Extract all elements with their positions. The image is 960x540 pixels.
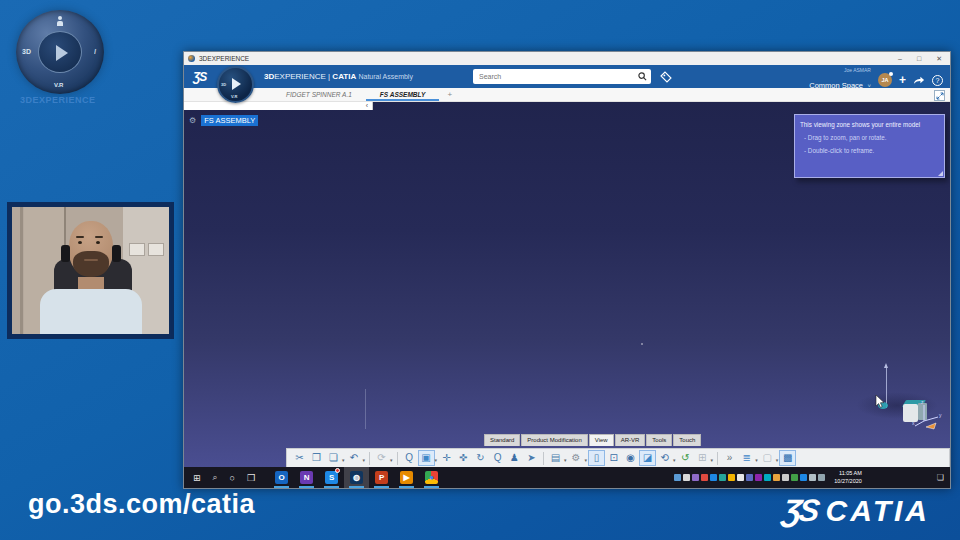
compass-menu-button[interactable]: V.R 3D <box>217 66 254 103</box>
document-tab[interactable]: FIDGET SPINNER A.1 <box>272 88 366 101</box>
toolbar-icon[interactable]: ▩ <box>779 450 796 466</box>
share-icon[interactable] <box>913 75 925 85</box>
window-titlebar[interactable]: 3DEXPERIENCE – □ ✕ <box>184 52 950 65</box>
toolbar-icon[interactable]: ✜ <box>455 450 472 466</box>
search-box[interactable] <box>473 69 651 84</box>
minimize-button[interactable]: – <box>898 55 902 63</box>
toolbar-icon[interactable]: ⟳ <box>373 450 390 466</box>
tray-icon[interactable] <box>809 474 816 481</box>
tray-icon[interactable] <box>746 474 753 481</box>
taskbar-clock[interactable]: 11:05 AM 10/27/2020 <box>834 470 862 484</box>
new-tab-button[interactable]: + <box>439 88 460 101</box>
taskbar-app-icon[interactable]: N <box>294 467 319 488</box>
ribbon-tab[interactable]: Standard <box>484 434 520 446</box>
taskbar-app-icon[interactable]: ▶ <box>394 467 419 488</box>
taskbar-system-icon[interactable]: ❒ <box>247 473 255 483</box>
toolbar-icon[interactable]: ↻ <box>472 450 489 466</box>
taskbar-system-icon[interactable]: ⊞ <box>193 473 201 483</box>
3d-viewport[interactable]: ‹ ⚙ FS ASSEMBLY This viewing zone shows … <box>184 102 950 467</box>
chevron-down-icon[interactable]: ▾ <box>435 457 438 463</box>
avatar[interactable]: JA <box>878 73 892 87</box>
toolbar-icon[interactable]: ❐ <box>308 450 325 466</box>
taskbar-app-icon[interactable]: S <box>319 467 344 488</box>
add-button[interactable]: + <box>899 73 906 87</box>
ribbon-tab[interactable]: Tools <box>646 434 672 446</box>
toolbar-icon[interactable]: Q <box>489 450 506 466</box>
tray-icon[interactable] <box>692 474 699 481</box>
chevron-down-icon[interactable]: ▾ <box>776 457 779 463</box>
tray-icon[interactable] <box>791 474 798 481</box>
taskbar-system-icon[interactable]: ○ <box>230 473 235 483</box>
expand-window-icon[interactable] <box>934 90 945 101</box>
toolbar-icon[interactable]: ✂ <box>291 450 308 466</box>
tray-icon[interactable] <box>719 474 726 481</box>
toolbar-icon[interactable]: ≣ <box>738 450 755 466</box>
ribbon-tab[interactable]: AR-VR <box>615 434 646 446</box>
toolbar-icon[interactable] <box>717 452 718 465</box>
toolbar-icon[interactable]: ➤ <box>523 450 540 466</box>
toolbar-icon[interactable]: ❏ <box>325 450 342 466</box>
taskbar-app-icon[interactable]: P <box>369 467 394 488</box>
toolbar-icon[interactable] <box>369 452 370 465</box>
tray-icon[interactable] <box>683 474 690 481</box>
tray-icon[interactable] <box>710 474 717 481</box>
ribbon-tab[interactable]: View <box>589 434 614 446</box>
toolbar-icon[interactable]: ↶ <box>346 450 363 466</box>
action-center-icon[interactable]: ❏ <box>937 473 944 482</box>
tray-icon[interactable] <box>728 474 735 481</box>
toolbar-icon[interactable]: ◉ <box>622 450 639 466</box>
tree-panel-header[interactable]: ‹ <box>184 102 373 110</box>
taskbar-app-icon[interactable]: O <box>269 467 294 488</box>
tray-icon[interactable] <box>782 474 789 481</box>
toolbar-icon[interactable]: » <box>721 450 738 466</box>
toolbar-icon[interactable] <box>543 452 544 465</box>
toolbar-icon[interactable]: ▣ <box>418 450 435 466</box>
toolbar-icon[interactable]: ⊞ <box>694 450 711 466</box>
chevron-down-icon[interactable]: ▾ <box>564 457 567 463</box>
chevron-down-icon[interactable]: ▾ <box>342 457 345 463</box>
tray-icon[interactable] <box>701 474 708 481</box>
toolbar-icon[interactable]: ⊡ <box>605 450 622 466</box>
tray-icon[interactable] <box>773 474 780 481</box>
help-icon[interactable]: ? <box>932 75 943 86</box>
taskbar-system-icon[interactable]: ⌕ <box>213 472 218 483</box>
search-input[interactable] <box>477 72 638 81</box>
document-tab[interactable]: FS ASSEMBLY <box>366 88 440 101</box>
search-icon[interactable] <box>638 72 647 81</box>
tree-root-label[interactable]: FS ASSEMBLY <box>201 115 258 126</box>
chevron-down-icon[interactable]: ▾ <box>585 457 588 463</box>
toolbar-icon[interactable]: ▢ <box>759 450 776 466</box>
toolbar-icon[interactable]: ▯ <box>588 450 605 466</box>
tag-icon[interactable] <box>660 71 672 83</box>
toolbar-icon[interactable]: Q <box>401 450 418 466</box>
taskbar-app-icon[interactable]: ◍ <box>344 467 369 488</box>
chevron-down-icon[interactable]: ▾ <box>673 457 676 463</box>
tray-icon[interactable] <box>737 474 744 481</box>
tree-root-item[interactable]: ⚙ FS ASSEMBLY <box>189 115 258 126</box>
toolbar-icon[interactable]: ⚙ <box>568 450 585 466</box>
ribbon-tab[interactable]: Touch <box>673 434 701 446</box>
toolbar-icon[interactable] <box>397 452 398 465</box>
chevron-down-icon[interactable]: ▾ <box>390 457 393 463</box>
toolbar-icon[interactable]: ⟲ <box>656 450 673 466</box>
taskbar-app-icon[interactable]: ● <box>419 467 444 488</box>
maximize-button[interactable]: □ <box>917 55 921 63</box>
tray-icon[interactable] <box>755 474 762 481</box>
chevron-down-icon[interactable]: ▾ <box>711 457 714 463</box>
tray-icon[interactable] <box>764 474 771 481</box>
tray-icon[interactable] <box>674 474 681 481</box>
axes-triad-icon[interactable]: z y x <box>912 399 944 431</box>
app-topbar: ƷS V.R 3D 3DEXPERIENCE | CATIA Natural A… <box>184 65 950 88</box>
toolbar-icon[interactable]: ✛ <box>438 450 455 466</box>
close-button[interactable]: ✕ <box>936 55 942 63</box>
toolbar-icon[interactable]: ▤ <box>547 450 564 466</box>
toolbar-icon[interactable]: ↺ <box>677 450 694 466</box>
toolbar-icon[interactable]: ◪ <box>639 450 656 466</box>
tray-icon[interactable] <box>818 474 825 481</box>
chevron-down-icon[interactable]: ▾ <box>755 457 758 463</box>
resize-grip[interactable] <box>938 171 943 176</box>
tray-icon[interactable] <box>800 474 807 481</box>
toolbar-icon[interactable]: ♟ <box>506 450 523 466</box>
ribbon-tab[interactable]: Product Modification <box>521 434 587 446</box>
chevron-down-icon[interactable]: ▾ <box>363 457 366 463</box>
